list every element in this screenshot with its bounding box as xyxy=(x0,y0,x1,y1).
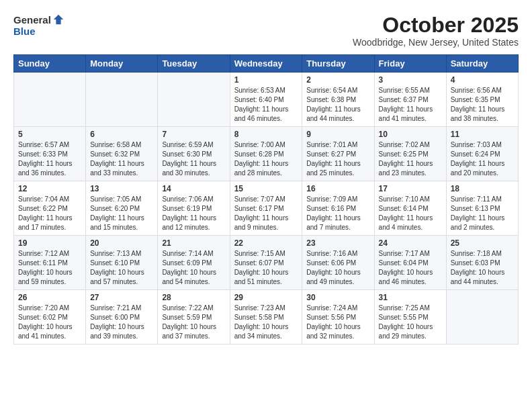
logo-icon xyxy=(52,13,64,26)
page: General Blue October 2025 Woodbridge, Ne… xyxy=(0,0,532,351)
calendar-week-row: 26Sunrise: 7:20 AM Sunset: 6:02 PM Dayli… xyxy=(14,290,519,345)
calendar-header-wednesday: Wednesday xyxy=(230,55,302,73)
day-info: Sunrise: 7:22 AM Sunset: 5:59 PM Dayligh… xyxy=(162,304,225,341)
day-number: 11 xyxy=(451,130,514,139)
calendar-cell: 8Sunrise: 7:00 AM Sunset: 6:28 PM Daylig… xyxy=(230,127,302,181)
month-title: October 2025 xyxy=(353,13,519,37)
calendar-cell: 12Sunrise: 7:04 AM Sunset: 6:22 PM Dayli… xyxy=(14,181,86,236)
day-info: Sunrise: 6:55 AM Sunset: 6:37 PM Dayligh… xyxy=(379,86,442,124)
day-number: 9 xyxy=(306,130,369,139)
calendar-cell: 14Sunrise: 7:06 AM Sunset: 6:19 PM Dayli… xyxy=(158,181,230,236)
day-number: 21 xyxy=(162,238,225,248)
calendar-cell: 7Sunrise: 6:59 AM Sunset: 6:30 PM Daylig… xyxy=(158,127,230,181)
calendar-cell: 28Sunrise: 7:22 AM Sunset: 5:59 PM Dayli… xyxy=(158,290,230,345)
calendar-cell: 29Sunrise: 7:23 AM Sunset: 5:58 PM Dayli… xyxy=(230,290,302,345)
day-number: 22 xyxy=(234,238,298,248)
day-number: 31 xyxy=(379,293,442,302)
day-number: 30 xyxy=(306,293,369,302)
day-number: 16 xyxy=(306,184,369,193)
svg-marker-0 xyxy=(54,15,63,24)
day-info: Sunrise: 7:14 AM Sunset: 6:09 PM Dayligh… xyxy=(162,249,225,287)
calendar-cell: 21Sunrise: 7:14 AM Sunset: 6:09 PM Dayli… xyxy=(158,236,230,290)
day-number: 14 xyxy=(162,184,225,193)
calendar-cell: 3Sunrise: 6:55 AM Sunset: 6:37 PM Daylig… xyxy=(374,73,446,127)
calendar-cell: 10Sunrise: 7:02 AM Sunset: 6:25 PM Dayli… xyxy=(374,127,446,181)
calendar-header-sunday: Sunday xyxy=(14,55,86,73)
calendar-cell: 11Sunrise: 7:03 AM Sunset: 6:24 PM Dayli… xyxy=(446,127,518,181)
calendar-cell: 17Sunrise: 7:10 AM Sunset: 6:14 PM Dayli… xyxy=(374,181,446,236)
calendar-cell: 4Sunrise: 6:56 AM Sunset: 6:35 PM Daylig… xyxy=(446,73,518,127)
day-number: 26 xyxy=(18,293,81,302)
day-info: Sunrise: 6:59 AM Sunset: 6:30 PM Dayligh… xyxy=(162,140,225,178)
calendar-header-friday: Friday xyxy=(374,55,446,73)
calendar-cell: 9Sunrise: 7:01 AM Sunset: 6:27 PM Daylig… xyxy=(302,127,374,181)
day-number: 3 xyxy=(379,75,442,85)
day-info: Sunrise: 7:18 AM Sunset: 6:03 PM Dayligh… xyxy=(451,249,514,287)
calendar-cell: 13Sunrise: 7:05 AM Sunset: 6:20 PM Dayli… xyxy=(86,181,158,236)
day-number: 2 xyxy=(306,75,369,85)
calendar-cell: 31Sunrise: 7:25 AM Sunset: 5:55 PM Dayli… xyxy=(374,290,446,345)
day-info: Sunrise: 7:21 AM Sunset: 6:00 PM Dayligh… xyxy=(90,304,153,341)
calendar-cell: 6Sunrise: 6:58 AM Sunset: 6:32 PM Daylig… xyxy=(86,127,158,181)
calendar-cell: 5Sunrise: 6:57 AM Sunset: 6:33 PM Daylig… xyxy=(14,127,86,181)
day-number: 10 xyxy=(379,130,442,139)
calendar-cell: 2Sunrise: 6:54 AM Sunset: 6:38 PM Daylig… xyxy=(302,73,374,127)
calendar-cell: 25Sunrise: 7:18 AM Sunset: 6:03 PM Dayli… xyxy=(446,236,518,290)
day-number: 13 xyxy=(90,184,153,193)
day-info: Sunrise: 7:12 AM Sunset: 6:11 PM Dayligh… xyxy=(18,249,81,287)
calendar-header-monday: Monday xyxy=(86,55,158,73)
calendar-cell: 30Sunrise: 7:24 AM Sunset: 5:56 PM Dayli… xyxy=(302,290,374,345)
day-info: Sunrise: 7:13 AM Sunset: 6:10 PM Dayligh… xyxy=(90,249,153,287)
day-number: 15 xyxy=(234,184,298,193)
calendar-cell xyxy=(14,73,86,127)
calendar: SundayMondayTuesdayWednesdayThursdayFrid… xyxy=(13,54,519,345)
day-number: 23 xyxy=(306,238,369,248)
calendar-cell: 19Sunrise: 7:12 AM Sunset: 6:11 PM Dayli… xyxy=(14,236,86,290)
day-info: Sunrise: 7:15 AM Sunset: 6:07 PM Dayligh… xyxy=(234,249,298,287)
day-info: Sunrise: 6:53 AM Sunset: 6:40 PM Dayligh… xyxy=(234,86,298,124)
day-number: 18 xyxy=(451,184,514,193)
calendar-cell: 16Sunrise: 7:09 AM Sunset: 6:16 PM Dayli… xyxy=(302,181,374,236)
day-info: Sunrise: 7:20 AM Sunset: 6:02 PM Dayligh… xyxy=(18,304,81,341)
day-info: Sunrise: 7:04 AM Sunset: 6:22 PM Dayligh… xyxy=(18,195,81,232)
calendar-cell: 18Sunrise: 7:11 AM Sunset: 6:13 PM Dayli… xyxy=(446,181,518,236)
calendar-header-row: SundayMondayTuesdayWednesdayThursdayFrid… xyxy=(14,55,519,73)
header: General Blue October 2025 Woodbridge, Ne… xyxy=(13,13,519,48)
day-number: 27 xyxy=(90,293,153,302)
calendar-cell xyxy=(158,73,230,127)
calendar-week-row: 12Sunrise: 7:04 AM Sunset: 6:22 PM Dayli… xyxy=(14,181,519,236)
calendar-cell: 1Sunrise: 6:53 AM Sunset: 6:40 PM Daylig… xyxy=(230,73,302,127)
calendar-week-row: 1Sunrise: 6:53 AM Sunset: 6:40 PM Daylig… xyxy=(14,73,519,127)
day-info: Sunrise: 7:24 AM Sunset: 5:56 PM Dayligh… xyxy=(306,304,369,341)
logo-general-text: General xyxy=(13,14,51,26)
calendar-header-thursday: Thursday xyxy=(302,55,374,73)
day-info: Sunrise: 7:06 AM Sunset: 6:19 PM Dayligh… xyxy=(162,195,225,232)
day-info: Sunrise: 7:05 AM Sunset: 6:20 PM Dayligh… xyxy=(90,195,153,232)
day-number: 20 xyxy=(90,238,153,248)
calendar-cell: 22Sunrise: 7:15 AM Sunset: 6:07 PM Dayli… xyxy=(230,236,302,290)
day-number: 19 xyxy=(18,238,81,248)
day-info: Sunrise: 7:00 AM Sunset: 6:28 PM Dayligh… xyxy=(234,140,298,178)
day-info: Sunrise: 6:57 AM Sunset: 6:33 PM Dayligh… xyxy=(18,140,81,178)
day-info: Sunrise: 7:10 AM Sunset: 6:14 PM Dayligh… xyxy=(379,195,442,232)
day-info: Sunrise: 7:02 AM Sunset: 6:25 PM Dayligh… xyxy=(379,140,442,178)
logo-blue-text: Blue xyxy=(13,26,36,37)
day-info: Sunrise: 6:58 AM Sunset: 6:32 PM Dayligh… xyxy=(90,140,153,178)
calendar-week-row: 19Sunrise: 7:12 AM Sunset: 6:11 PM Dayli… xyxy=(14,236,519,290)
day-info: Sunrise: 7:01 AM Sunset: 6:27 PM Dayligh… xyxy=(306,140,369,178)
calendar-header-saturday: Saturday xyxy=(446,55,518,73)
day-number: 8 xyxy=(234,130,298,139)
day-number: 5 xyxy=(18,130,81,139)
day-number: 28 xyxy=(162,293,225,302)
calendar-cell: 26Sunrise: 7:20 AM Sunset: 6:02 PM Dayli… xyxy=(14,290,86,345)
day-info: Sunrise: 7:23 AM Sunset: 5:58 PM Dayligh… xyxy=(234,304,298,341)
calendar-header-tuesday: Tuesday xyxy=(158,55,230,73)
day-info: Sunrise: 7:11 AM Sunset: 6:13 PM Dayligh… xyxy=(451,195,514,232)
day-info: Sunrise: 7:03 AM Sunset: 6:24 PM Dayligh… xyxy=(451,140,514,178)
day-number: 29 xyxy=(234,293,298,302)
day-number: 4 xyxy=(451,75,514,85)
day-number: 1 xyxy=(234,75,298,85)
day-info: Sunrise: 7:09 AM Sunset: 6:16 PM Dayligh… xyxy=(306,195,369,232)
calendar-cell: 24Sunrise: 7:17 AM Sunset: 6:04 PM Dayli… xyxy=(374,236,446,290)
calendar-cell: 23Sunrise: 7:16 AM Sunset: 6:06 PM Dayli… xyxy=(302,236,374,290)
